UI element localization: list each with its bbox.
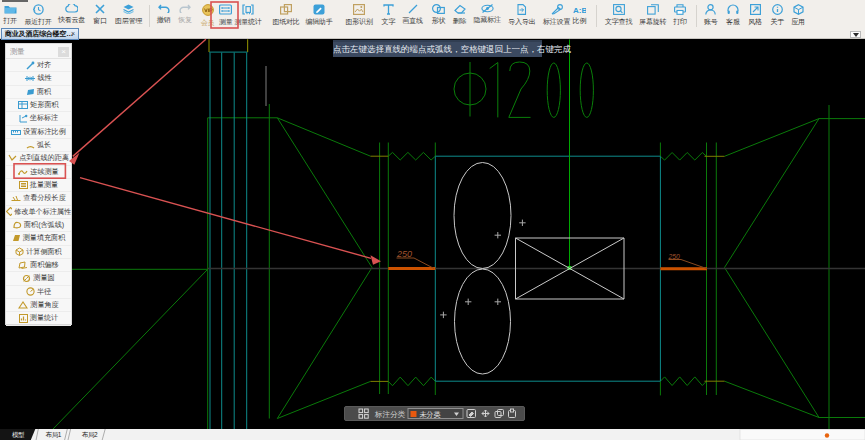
svg-text:250: 250: [668, 253, 681, 260]
svg-text:模型: 模型: [12, 431, 25, 438]
svg-text:布局2: 布局2: [81, 431, 98, 439]
svg-text:250: 250: [396, 249, 412, 259]
svg-text:未分类: 未分类: [420, 410, 441, 419]
svg-text:标注分类: 标注分类: [374, 410, 405, 419]
svg-text:布局1: 布局1: [45, 431, 62, 439]
